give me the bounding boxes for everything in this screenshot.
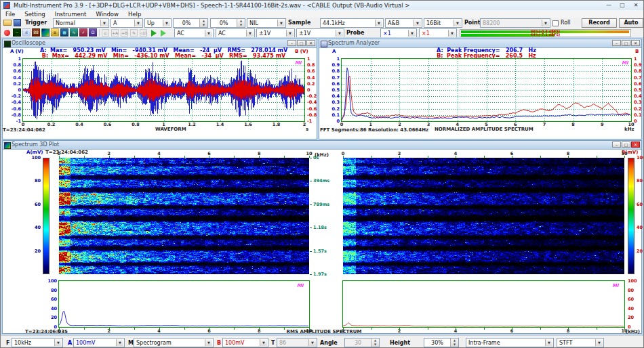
input-level-meters: 96%(-0.4 dBFS) 44%(-7.1 dBFS) (460, 29, 631, 37)
tick-label: 10 (628, 122, 634, 127)
tick-mark (540, 156, 541, 158)
panel-maximize-button[interactable]: □ (297, 40, 306, 46)
probe-calibration-icon[interactable]: ⌂ (102, 29, 109, 37)
tick-label: 2 (398, 122, 401, 127)
run-all-icon[interactable] (161, 30, 166, 37)
spectrum-xaxis-title: NORMALIZED AMPLITUDE SPECTRUM (435, 127, 534, 132)
trigger-level-stepper[interactable]: 0%▲▼ (173, 18, 208, 28)
trigger-edge-select[interactable]: Up▼ (144, 18, 172, 28)
open-file-icon[interactable] (3, 20, 12, 26)
probe-b-select[interactable]: ×1▼ (419, 28, 457, 38)
chevron-down-icon: ▼ (545, 339, 552, 346)
tick-label: 1 (307, 56, 310, 62)
angle-label: Angle (320, 340, 338, 346)
lcr-meter-icon[interactable]: Ω (89, 28, 97, 37)
chevron-down-icon: ▼ (54, 339, 62, 346)
oscilloscope-icon[interactable]: ~ (13, 28, 21, 37)
sound-device-icon[interactable]: ◁)) (140, 29, 147, 37)
tick-label: 9 (601, 122, 604, 127)
tick-label: 0.2 (47, 122, 56, 127)
tick-mark (343, 156, 344, 158)
tick-label: 1.6 (244, 122, 252, 127)
tick-mark (456, 156, 456, 158)
display-mode-select[interactable]: Spectrogram▼ (134, 338, 214, 347)
rms-spectrum-b-plot[interactable] (343, 281, 624, 327)
menu-setting[interactable]: Setting (20, 11, 49, 18)
tick-mark (568, 328, 569, 330)
tick-label: 7 (543, 122, 546, 127)
record-indicator-icon[interactable] (4, 30, 10, 36)
trigger-nil-select[interactable]: NIL▼ (247, 18, 286, 28)
chevron-down-icon: ▼ (134, 20, 142, 26)
range-b-select[interactable]: ±1V▼ (296, 28, 344, 38)
stepper-arrows-icon[interactable]: ▲▼ (199, 19, 207, 27)
oscilloscope-icon (4, 41, 11, 47)
tick-label: 0.8 (331, 68, 340, 74)
colorbar-b (628, 158, 635, 274)
record-button[interactable]: Record (582, 18, 617, 28)
panel-minimize-button[interactable]: – (612, 142, 621, 148)
panel-maximize-button[interactable]: □ (622, 142, 630, 148)
close-button[interactable]: ✕ (630, 1, 642, 9)
signal-generator-icon[interactable]: ∿ (70, 28, 78, 37)
sampling-bits-select[interactable]: 16Bit▼ (424, 18, 462, 28)
tick-label: 60 (51, 297, 57, 302)
spectrogram-a-plot[interactable] (59, 158, 309, 274)
range-a-select[interactable]: ±1V▼ (256, 28, 295, 38)
label-b-icon[interactable]: +B (121, 29, 128, 37)
tick-mark (371, 328, 372, 330)
rms-freq-unit: (kHz) (626, 329, 640, 334)
panel-close-button[interactable]: ✕ (631, 40, 640, 46)
transform-select[interactable]: STFT▼ (557, 338, 604, 347)
oscilloscope-x-unit: s (306, 127, 308, 132)
run-icon[interactable] (151, 30, 157, 37)
panel-minimize-button[interactable]: – (287, 40, 296, 46)
trigger-delay-stepper[interactable]: 0%▲▼ (210, 18, 245, 28)
spectrogram-icon[interactable]: ▦ (60, 28, 68, 37)
panel-close-button[interactable]: ✕ (631, 142, 640, 148)
menu-instrument[interactable]: Instrument (50, 11, 92, 18)
spectrum-plot[interactable] (342, 59, 631, 121)
height-stepper[interactable]: 30%▲▼ (424, 338, 459, 347)
panel-close-button[interactable]: ✕ (306, 40, 315, 46)
oscilloscope-ylabel-a: A (V) (10, 49, 24, 54)
trigger-source-select[interactable]: A▼ (110, 18, 143, 28)
spectrum-analyzer-icon[interactable]: ıl (22, 28, 31, 37)
data-logger-icon[interactable]: ≡ (51, 28, 59, 37)
spectrum-3d-plot-icon[interactable] (41, 28, 49, 37)
minimize-button[interactable]: — (603, 1, 615, 9)
freq-range-select[interactable]: 10kHz▼ (12, 338, 63, 347)
spectrum-3d-plot-titlebar[interactable]: Spectrum 3D Plot – □ ✕ (3, 141, 641, 150)
tick-label: 0.6 (13, 68, 21, 74)
coupling-b-select[interactable]: AC▼ (216, 28, 255, 38)
roll-checkbox[interactable] (552, 20, 559, 26)
device-test-plan-icon[interactable]: ✓ (79, 28, 87, 37)
stepper-arrows-icon[interactable]: ▲▼ (450, 339, 458, 347)
menu-help[interactable]: Help (123, 11, 146, 18)
label-a-icon[interactable]: +A (111, 29, 119, 37)
tick-label: 40 (51, 306, 57, 311)
panel-maximize-button[interactable]: □ (622, 40, 630, 46)
amp-b-select[interactable]: 100mV▼ (222, 338, 268, 347)
coupling-a-select[interactable]: AC▼ (174, 28, 214, 38)
tools-icon[interactable]: ✎ (130, 29, 138, 37)
maximize-button[interactable]: □ (616, 1, 628, 9)
sampling-rate-select[interactable]: 44.1kHz▼ (320, 18, 384, 28)
amp-a-select[interactable]: 100mV▼ (73, 338, 125, 347)
oscilloscope-waveform-plot[interactable] (23, 59, 304, 121)
auto-button[interactable]: Auto (619, 18, 643, 28)
menu-file[interactable]: File (1, 11, 20, 18)
rms-spectrum-a-plot[interactable] (59, 281, 309, 327)
save-icon[interactable] (14, 19, 21, 26)
frame-mode-select[interactable]: Intra-Frame▼ (466, 338, 554, 347)
trigger-mode-select[interactable]: Normal▼ (53, 18, 109, 28)
stepper-arrows-icon[interactable]: ▲▼ (237, 19, 245, 27)
multimeter-icon[interactable]: 88 (32, 28, 40, 37)
panel-minimize-button[interactable]: – (612, 40, 621, 46)
probe-a-select[interactable]: ×1▼ (380, 28, 417, 38)
tick-label: 1.97s (313, 271, 327, 277)
menu-window[interactable]: Window (91, 11, 123, 18)
spectrogram-b-plot[interactable] (343, 158, 624, 274)
sampling-channels-select[interactable]: A&B▼ (385, 18, 422, 28)
title-bar[interactable]: Multi-Instrument Pro 3.9 - [+3DP+DLG+LCR… (1, 1, 643, 11)
